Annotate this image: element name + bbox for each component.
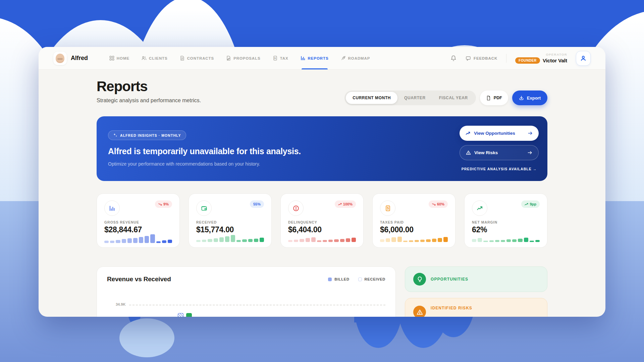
legend-item-billed: BILLED: [328, 277, 349, 281]
sparkline-bar: [501, 240, 505, 242]
sparkline-bar: [196, 240, 201, 242]
nav-label: CONTRACTS: [187, 56, 214, 60]
y-axis-gridline-label: 34.9K: [116, 302, 125, 306]
chart-title: Revenue vs Received: [107, 276, 171, 283]
file-pen-icon: [226, 56, 231, 61]
sparkline-bar: [208, 239, 212, 242]
page-title: Reports: [97, 78, 201, 95]
nav-item-home[interactable]: HOME: [109, 47, 129, 69]
metric-card-gross-revenue[interactable]: 9% GROSS REVENUE $28,844.67: [97, 193, 180, 248]
avatar-face: [56, 54, 64, 63]
badge-value: 100%: [343, 202, 353, 206]
billed-bar[interactable]: [178, 313, 183, 317]
percent-badge: 55%: [250, 200, 264, 208]
predictive-analysis-link[interactable]: PREDICTIVE ANALYSIS AVAILABLE →: [460, 167, 539, 171]
banner-title: Alfred is temporarily unavailable for th…: [108, 146, 446, 156]
nav-label: PROPOSALS: [233, 56, 261, 60]
avatar[interactable]: [53, 52, 67, 65]
sparkline-bar: [443, 237, 448, 242]
sparkline-bar: [472, 239, 476, 242]
sparkline-bar: [380, 239, 384, 242]
metric-value: 62%: [472, 225, 540, 234]
export-button[interactable]: Export: [512, 90, 547, 105]
metric-card-taxes-paid[interactable]: $ 60% TAXES PAID $6,000.00: [372, 193, 455, 248]
trend-down-icon: [158, 202, 162, 206]
feedback-button[interactable]: FEEDBACK: [466, 56, 497, 61]
chat-bubble-icon: [466, 56, 471, 61]
alert-circle-icon: [288, 200, 304, 216]
nav-item-tax[interactable]: $ TAX: [273, 47, 288, 69]
identified-risks-card[interactable]: IDENTIFIED RISKS: [405, 298, 547, 317]
nav-item-proposals[interactable]: PROPOSALS: [226, 47, 261, 69]
sparkline-bar: [122, 239, 126, 243]
sparkline-bar: [156, 241, 161, 243]
metric-label: GROSS REVENUE: [104, 220, 172, 224]
document-icon: [486, 96, 491, 101]
identified-risks-label: IDENTIFIED RISKS: [431, 306, 472, 310]
download-icon: [519, 96, 524, 101]
pdf-button[interactable]: PDF: [480, 90, 508, 105]
nav-item-roadmap[interactable]: ROADMAP: [341, 47, 370, 69]
sparkles-icon: [113, 133, 117, 137]
tab-current-month[interactable]: CURRENT MONTH: [346, 92, 397, 104]
sparkline-bar: [110, 241, 114, 243]
view-risks-button[interactable]: View Risks: [460, 145, 539, 160]
received-bar[interactable]: [186, 313, 192, 317]
metric-label: DELINQUENCY: [288, 220, 356, 224]
sparkline-bar: [323, 240, 327, 242]
sparkline-bar: [403, 241, 408, 242]
tab-quarter[interactable]: QUARTER: [397, 92, 432, 104]
opportunities-label: OPPORTUNITIES: [431, 277, 468, 282]
metric-label: NET MARGIN: [472, 220, 540, 224]
sparkline-bar: [483, 241, 488, 242]
sparkline-bar: [340, 239, 344, 242]
sparkline-bar: [202, 240, 206, 242]
sparkline-bar: [489, 240, 494, 242]
bar-chart-icon: [104, 200, 120, 216]
trend-down-icon: [432, 202, 436, 206]
sparkline-bar: [438, 238, 442, 242]
sparkline-bar: [306, 238, 310, 242]
legend-label: RECEIVED: [365, 277, 385, 281]
nav-item-contracts[interactable]: CONTRACTS: [180, 47, 214, 69]
tab-fiscal-year[interactable]: FISCAL YEAR: [432, 92, 475, 104]
metric-card-delinquency[interactable]: 100% DELINQUENCY $6,404.00: [280, 193, 364, 248]
tax-document-icon: $: [380, 200, 395, 216]
nav-item-reports[interactable]: REPORTS: [301, 47, 329, 69]
app-window: Alfred HOME CLIENTS CONTRACTS PROPOSALS: [39, 47, 605, 317]
billed-swatch: [328, 278, 332, 281]
view-opportunities-button[interactable]: View Opportunities: [460, 126, 539, 141]
sparkline-bar: [127, 238, 132, 243]
sparkline-bar: [535, 240, 540, 242]
trend-up-icon: [525, 202, 528, 206]
nav-right: FEEDBACK OPERATOR FOUNDER Victor Valt: [450, 51, 591, 66]
export-label: Export: [527, 96, 541, 101]
page-subtitle: Strategic analysis and performance metri…: [97, 98, 201, 104]
sparkline-bar: [288, 240, 292, 242]
opportunities-card[interactable]: OPPORTUNITIES: [405, 266, 547, 292]
nav-item-clients[interactable]: CLIENTS: [142, 47, 168, 69]
legend-label: BILLED: [334, 277, 349, 281]
sparkline-bar: [415, 240, 419, 242]
badge-value: 60%: [437, 202, 444, 206]
banner-content: ALFRED INSIGHTS · MONTHLY Alfred is temp…: [97, 116, 460, 181]
sparkline-bar: [242, 239, 247, 242]
sparkline-bar: [328, 240, 333, 242]
sparkline-bar: [248, 239, 253, 242]
sparkline-bar: [317, 240, 321, 242]
sparkline-bar: [352, 238, 356, 242]
sparkline-bar: [311, 237, 316, 242]
sparkline-bar: [139, 237, 143, 243]
sparkline: [104, 234, 172, 243]
revenue-vs-received-chart-card: Revenue vs Received BILLED RECEIVED 34.9…: [97, 266, 396, 317]
banner-badge-label: ALFRED INSIGHTS · MONTHLY: [120, 133, 181, 137]
sparkline-bar: [219, 237, 224, 242]
metric-card-received[interactable]: 55% RECEIVED $15,774.00: [189, 193, 272, 248]
notification-bell-icon[interactable]: [450, 55, 457, 62]
nav-label: TAX: [280, 56, 288, 60]
user-menu-button[interactable]: [576, 51, 591, 66]
arrow-right-icon: [528, 131, 533, 136]
sparkline: [196, 234, 264, 242]
sparkline-bar: [300, 239, 304, 242]
metric-card-net-margin[interactable]: 9pp NET MARGIN 62%: [464, 193, 547, 248]
